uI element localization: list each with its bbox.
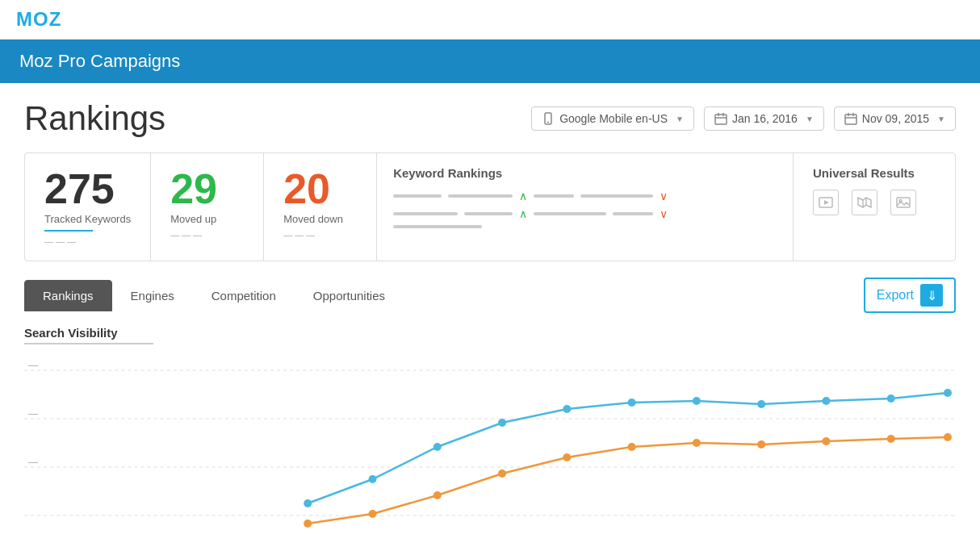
keyword-rankings-title: Keyword Rankings <box>393 166 777 180</box>
moved-up-number: 29 <box>170 168 244 210</box>
chart-container: — — — <box>24 354 956 532</box>
svg-text:—: — <box>28 408 39 419</box>
kw-bar <box>464 212 513 215</box>
svg-text:—: — <box>28 457 39 468</box>
tracked-keywords-cell: 275 Tracked Keywords — — — <box>25 153 151 261</box>
campaign-header: Moz Pro Campaigns <box>0 40 980 83</box>
chart-section: Search Visibility — — — <box>24 326 956 540</box>
kw-bar <box>393 194 442 198</box>
tab-competition[interactable]: Competition <box>193 280 295 311</box>
image-icon <box>890 190 916 215</box>
moved-down-label: Moved down <box>283 213 357 225</box>
svg-point-38 <box>498 469 506 478</box>
svg-point-39 <box>563 453 571 461</box>
calendar-icon-2 <box>844 112 857 125</box>
engine-filter-button[interactable]: Google Mobile en-US ▼ <box>531 106 694 131</box>
export-label: Export <box>877 288 914 303</box>
tabs-row: Rankings Engines Competition Opportuniti… <box>24 278 956 313</box>
svg-rect-2 <box>715 115 727 124</box>
svg-point-25 <box>368 475 376 483</box>
svg-point-37 <box>433 491 442 499</box>
chart-title-underline <box>24 343 153 344</box>
date2-chevron-icon: ▼ <box>937 115 945 123</box>
kw-row-2: ∧ ∨ <box>393 207 777 220</box>
rankings-title-row: Rankings Google Mobile en-US ▼ Jan <box>24 99 956 138</box>
kw-bar <box>393 212 458 215</box>
calendar-icon-1 <box>714 112 727 125</box>
map-icon <box>852 190 877 215</box>
moved-down-cell: 20 Moved down — — — <box>264 153 377 261</box>
date2-filter-button[interactable]: Nov 09, 2015 ▼ <box>834 106 956 131</box>
tab-rankings[interactable]: Rankings <box>24 280 112 311</box>
kw-bar <box>393 225 482 228</box>
tracked-keywords-sublabel: — — — <box>44 236 131 246</box>
svg-point-36 <box>368 510 376 518</box>
top-bar: MOZ <box>0 0 980 40</box>
svg-point-32 <box>822 397 830 405</box>
moved-up-sublabel: — — — <box>170 230 244 240</box>
kw-bar <box>534 194 574 198</box>
svg-point-45 <box>944 433 952 441</box>
svg-point-28 <box>563 405 571 413</box>
engine-chevron-icon: ▼ <box>676 115 684 123</box>
universal-results-title: Universal Results <box>813 166 936 180</box>
keyword-rankings-rows: ∧ ∨ ∧ ∨ <box>393 190 777 228</box>
svg-point-40 <box>628 443 636 451</box>
kw-bar <box>613 212 653 215</box>
export-download-icon: ⇓ <box>920 284 943 307</box>
svg-text:—: — <box>28 360 39 371</box>
kw-bar <box>580 194 653 198</box>
date1-chevron-icon: ▼ <box>806 115 814 123</box>
svg-rect-15 <box>897 198 910 207</box>
svg-point-41 <box>693 439 701 447</box>
moz-logo: MOZ <box>16 8 964 31</box>
svg-point-34 <box>944 389 952 397</box>
svg-point-30 <box>693 397 701 405</box>
date1-filter-label: Jan 16, 2016 <box>732 112 798 125</box>
keyword-rankings-cell: Keyword Rankings ∧ ∨ ∧ ∨ <box>377 153 794 261</box>
svg-point-29 <box>628 399 636 407</box>
svg-marker-11 <box>824 200 829 205</box>
kw-bar <box>534 212 606 215</box>
chart-svg: — — — <box>24 354 956 532</box>
kw-row-3 <box>393 225 777 228</box>
chart-title: Search Visibility <box>24 326 956 340</box>
tracked-keywords-label: Tracked Keywords <box>44 213 131 225</box>
svg-point-27 <box>498 419 506 427</box>
mobile-icon <box>542 112 555 125</box>
svg-point-43 <box>822 437 830 445</box>
arrow-up-icon: ∧ <box>519 207 527 220</box>
stats-row: 275 Tracked Keywords — — — 29 Moved up —… <box>24 152 956 261</box>
video-icon <box>813 190 839 215</box>
svg-point-35 <box>304 520 312 528</box>
svg-point-31 <box>757 400 765 408</box>
svg-point-42 <box>757 440 765 449</box>
universal-icons-row <box>813 190 936 215</box>
date1-filter-button[interactable]: Jan 16, 2016 ▼ <box>704 106 824 131</box>
export-button[interactable]: Export ⇓ <box>864 278 956 313</box>
tabs-container: Rankings Engines Competition Opportuniti… <box>24 280 404 311</box>
campaign-title: Moz Pro Campaigns <box>19 51 180 71</box>
svg-point-33 <box>887 394 895 403</box>
kw-row-1: ∧ ∨ <box>393 190 777 202</box>
arrow-down-icon: ∨ <box>660 190 668 202</box>
engine-filter-label: Google Mobile en-US <box>559 112 668 125</box>
tab-opportunities[interactable]: Opportunities <box>295 280 404 311</box>
moved-up-label: Moved up <box>170 213 244 225</box>
moved-up-cell: 29 Moved up — — — <box>151 153 264 261</box>
tracked-keywords-number: 275 <box>44 168 131 210</box>
tracked-keywords-underline <box>44 230 93 232</box>
svg-rect-6 <box>845 115 856 124</box>
date2-filter-label: Nov 09, 2015 <box>862 112 929 125</box>
svg-point-44 <box>887 435 895 443</box>
tab-engines[interactable]: Engines <box>112 280 193 311</box>
page-title: Rankings <box>24 99 165 138</box>
moved-down-number: 20 <box>283 168 357 210</box>
moved-down-sublabel: — — — <box>283 230 357 240</box>
svg-point-26 <box>433 443 442 451</box>
arrow-up-icon: ∧ <box>519 190 527 202</box>
main-content: Rankings Google Mobile en-US ▼ Jan <box>0 83 980 555</box>
universal-results-cell: Universal Results <box>794 153 955 261</box>
kw-bar <box>448 194 513 198</box>
svg-marker-12 <box>858 198 871 207</box>
